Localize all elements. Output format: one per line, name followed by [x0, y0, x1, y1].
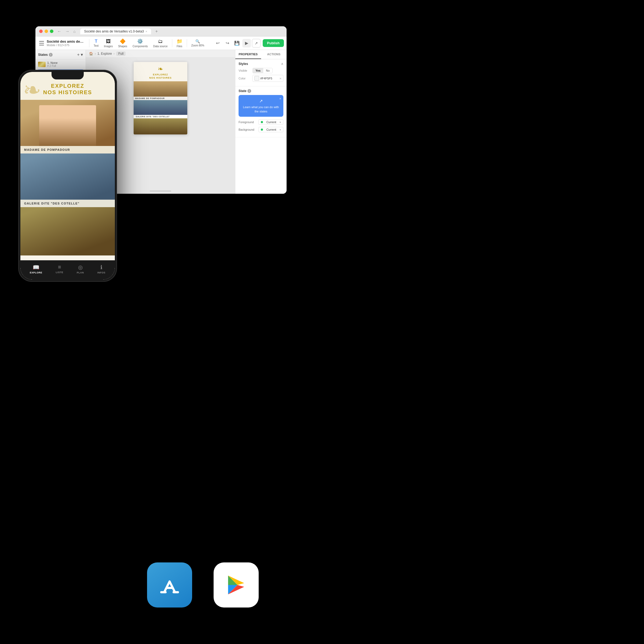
- shapes-tool-label: Shapes: [118, 45, 127, 48]
- redo-button[interactable]: ↪: [223, 39, 232, 47]
- browser-tab[interactable]: Société des amis de Versailles v1.0-beta…: [80, 28, 151, 34]
- foreground-value: Current: [266, 120, 276, 124]
- tooltip-close-icon[interactable]: ×: [279, 97, 281, 101]
- shapes-icon: 🔶: [120, 38, 126, 44]
- preview-hall: [134, 118, 187, 134]
- close-traffic-light[interactable]: [39, 30, 43, 33]
- files-icon: 📁: [177, 38, 182, 44]
- images-tool-label: Images: [104, 45, 113, 48]
- visible-yes-btn[interactable]: Yes: [253, 68, 263, 73]
- color-value: #F4F5F5: [260, 77, 278, 80]
- shapes-tool[interactable]: 🔶 Shapes: [116, 37, 129, 49]
- phone-title-line1: EXPLOREZ: [26, 83, 109, 89]
- gallery-figure: [20, 153, 115, 207]
- breadcrumb-home-icon[interactable]: 🏠: [89, 52, 93, 56]
- tab-actions[interactable]: ACTIONS: [261, 50, 287, 59]
- data-source-tool[interactable]: 🗂 Data source: [151, 38, 170, 49]
- publish-button[interactable]: Publish: [263, 39, 284, 47]
- app-preview-canvas: ❧ EXPLOREZ NOS HISTOIRES MADAME DE POMPA…: [134, 62, 187, 134]
- infos-nav-icon: ℹ: [100, 264, 103, 270]
- foreground-select[interactable]: Current ▾: [258, 119, 283, 125]
- foreground-dot: [261, 121, 263, 123]
- images-icon: 🖼: [106, 39, 111, 44]
- color-clear-icon[interactable]: ×: [279, 76, 281, 81]
- forward-icon[interactable]: →: [65, 29, 69, 34]
- minimize-traffic-light[interactable]: [45, 30, 48, 33]
- background-select[interactable]: Current ▾: [258, 127, 283, 132]
- visible-toggle[interactable]: Yes No: [253, 68, 273, 73]
- maximize-traffic-light[interactable]: [50, 30, 53, 33]
- right-panel: PROPERTIES ACTIONS Styles ∧ Visible Yes …: [235, 50, 287, 194]
- color-swatch: [254, 76, 259, 81]
- color-label: Color: [239, 77, 251, 80]
- styles-chevron: ∧: [281, 62, 283, 66]
- tab-properties[interactable]: PROPERTIES: [235, 50, 261, 59]
- state-tooltip: × ↗ Learn what you can do with the state…: [239, 95, 283, 117]
- images-tool[interactable]: 🖼 Images: [102, 38, 115, 49]
- preview-button[interactable]: ▶: [242, 39, 251, 47]
- scrollbar[interactable]: [150, 191, 171, 192]
- background-dot: [261, 129, 263, 131]
- foreground-label: Foreground: [239, 120, 257, 124]
- styles-title: Styles ∧: [239, 62, 283, 66]
- plan-nav-icon: ◎: [78, 264, 83, 270]
- undo-button[interactable]: ↩: [213, 39, 222, 47]
- states-add-button[interactable]: + ▾: [77, 52, 83, 57]
- text-icon: T: [95, 39, 97, 44]
- liste-nav-label: LISTE: [56, 271, 63, 274]
- visible-no-btn[interactable]: No: [263, 68, 272, 73]
- play-store-icon[interactable]: [214, 562, 259, 608]
- back-icon[interactable]: ←: [57, 29, 61, 34]
- hamburger-menu[interactable]: [38, 39, 46, 47]
- infos-nav-label: INFOS: [97, 271, 105, 274]
- phone-nav-infos[interactable]: ℹ INFOS: [97, 264, 105, 274]
- save-button[interactable]: 💾: [233, 39, 241, 47]
- breadcrumb-active[interactable]: Full: [116, 52, 126, 56]
- app-logo-group: Société des amis de Ver... Mobile / 812×…: [47, 39, 85, 47]
- color-input[interactable]: #F4F5F5 ×: [253, 75, 283, 82]
- components-tool[interactable]: ⚙️ Components: [130, 37, 150, 49]
- files-tool-label: Files: [177, 45, 182, 48]
- text-tool[interactable]: T Text: [92, 38, 101, 48]
- state-section: State i × ↗ Learn what you can do with t…: [235, 86, 287, 137]
- text-tool-label: Text: [94, 44, 98, 47]
- right-panel-tabs: PROPERTIES ACTIONS: [235, 50, 287, 59]
- phone-nav-plan[interactable]: ◎ PLAN: [77, 264, 84, 274]
- portrait-figure: [20, 100, 115, 153]
- app-sub: Mobile / 812×375: [47, 43, 85, 47]
- preview-title-1: EXPLOREZ: [136, 73, 185, 76]
- state-item-none[interactable]: 1. None # 2 Full: [35, 60, 86, 69]
- color-row: Color #F4F5F5 ×: [239, 75, 283, 82]
- foreground-row: Foreground Current ▾: [239, 119, 283, 125]
- components-icon: ⚙️: [137, 38, 143, 44]
- states-info-icon: i: [49, 53, 53, 57]
- state-section-title: State i: [239, 89, 283, 93]
- new-tab-button[interactable]: +: [155, 29, 158, 34]
- styles-section: Styles ∧ Visible Yes No Color #F: [235, 59, 287, 86]
- phone-notch: [52, 72, 84, 79]
- app-name: Société des amis de Ver...: [47, 39, 84, 43]
- share-button[interactable]: ↗: [252, 39, 261, 47]
- preview-gold-icon: ❧: [136, 65, 185, 73]
- background-row: Background Current ▾: [239, 127, 283, 132]
- volume-up-button: [117, 102, 117, 113]
- app-store-icon[interactable]: [147, 562, 192, 608]
- data-source-icon: 🗂: [158, 39, 163, 44]
- phone-screen: ❧ EXPLOREZ NOS HISTOIRES MADAME DE POM: [20, 72, 115, 280]
- home-icon[interactable]: ⌂: [73, 29, 75, 34]
- zoom-tool[interactable]: 🔍 Zoom 80%: [189, 38, 206, 48]
- breadcrumb-explore[interactable]: 1. Explore: [97, 52, 112, 56]
- canvas-breadcrumb: 🏠 › 1. Explore › Full: [86, 50, 235, 58]
- preview-gallery: GALERIE DITE "DES COTELLE": [134, 100, 187, 118]
- background-chevron: ▾: [280, 128, 281, 131]
- phone-nav-explore[interactable]: 📖 EXPLORE: [30, 264, 42, 274]
- phone-nav-liste[interactable]: ≡ LISTE: [56, 264, 63, 274]
- state-info-icon: i: [247, 89, 251, 93]
- files-tool[interactable]: 📁 Files: [174, 37, 185, 49]
- explore-nav-label: EXPLORE: [30, 271, 42, 274]
- hall-figure: [20, 207, 115, 255]
- state-none-label: 1. None # 2 Full: [47, 61, 58, 67]
- toolbar-separator: [89, 39, 89, 47]
- browser-tab-close[interactable]: ×: [145, 30, 147, 33]
- phone-title-line2: NOS HISTOIRES: [26, 89, 109, 96]
